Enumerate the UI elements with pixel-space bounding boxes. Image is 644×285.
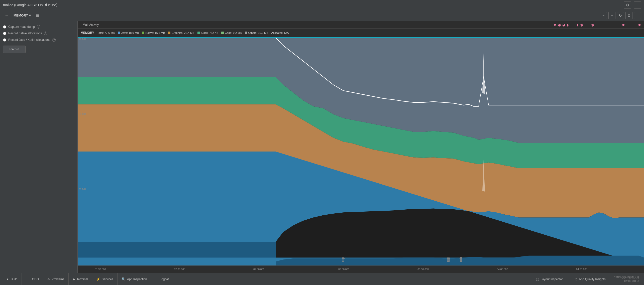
activity-crescent-6: ◑ (591, 23, 594, 27)
problems-tab[interactable]: ⚠ Problems (43, 273, 69, 285)
record-native-option[interactable]: Record native allocations ? (3, 32, 74, 35)
build-label: Build (11, 277, 18, 281)
memory-label: MEMORY (14, 14, 28, 17)
record-native-help[interactable]: ? (44, 32, 47, 35)
stack-color (197, 32, 200, 34)
todo-icon: ☰ (26, 277, 29, 281)
app-inspection-tab[interactable]: 🔍 App Inspection (118, 273, 151, 285)
services-tab[interactable]: ⚡ Services (92, 273, 118, 285)
record-kotlin-help[interactable]: ? (52, 38, 56, 42)
logcat-icon: ☰ (155, 277, 158, 281)
activity-crescent-1: ◕ (558, 23, 561, 27)
problems-label: Problems (52, 277, 64, 281)
refresh-button[interactable]: ↻ (617, 12, 624, 19)
total-value: Total: 77.6 MB (97, 31, 115, 34)
memory-dropdown[interactable]: MEMORY ▾ (14, 14, 31, 17)
mem-label: MEMORY (81, 31, 94, 35)
title-bar: malloc (Google AOSP On Blueline) ⚙ − (0, 0, 644, 10)
activity-dot-2: ● (622, 22, 625, 28)
status-right: ⬚ Layout Inspector ◇ App Quality Insight… (529, 276, 642, 282)
time-label-4: 03:30.000 (417, 268, 429, 271)
terminal-icon: ▶ (73, 277, 75, 281)
allocated-stat: Allocated: N/A (271, 31, 289, 34)
chart-area: MainActivity ● ◕ ◕ ◗ ◗ ◑ ◑ ● ● MEMORY To… (78, 21, 644, 273)
activity-bar: MainActivity ● ◕ ◕ ◗ ◗ ◑ ◑ ● ● (78, 21, 644, 29)
record-native-radio[interactable] (3, 32, 6, 35)
todo-tab[interactable]: ☰ TODO (22, 273, 43, 285)
build-tab[interactable]: ▲ Build (2, 273, 22, 285)
layout-icon: ⬚ (536, 277, 539, 281)
csdn-info: CSDN @安仔都有人用 07:18 UTF-8 (614, 276, 639, 282)
svg-rect-8 (78, 152, 276, 242)
capture-heap-help[interactable]: ? (37, 25, 40, 29)
chart-canvas: 96 MB 64 MB 32 MB (78, 38, 644, 265)
build-icon: ▲ (6, 277, 9, 281)
zoom-in-button[interactable]: + (608, 12, 615, 19)
native-stat: Native: 15.5 MB (142, 31, 165, 34)
settings2-button[interactable]: ⚙ (625, 12, 632, 19)
others-stat: Others: 10.9 MB (245, 31, 268, 34)
terminal-label: Terminal (77, 277, 88, 281)
title-bar-controls: ⚙ − (624, 2, 641, 9)
minimize-button[interactable]: − (634, 2, 641, 9)
app-inspection-icon: 🔍 (122, 277, 126, 281)
logcat-tab[interactable]: ☰ Logcat (151, 273, 173, 285)
layout-label: Layout Inspector (541, 277, 563, 281)
capture-heap-radio[interactable] (3, 25, 6, 29)
others-color (245, 32, 247, 34)
java-color (118, 32, 120, 34)
layout-inspector-tab[interactable]: ⬚ Layout Inspector (532, 277, 567, 281)
settings-button[interactable]: ⚙ (624, 2, 631, 9)
delete-button[interactable]: 🗑 (34, 12, 41, 19)
zoom-out-button[interactable]: − (600, 12, 607, 19)
title-bar-left: malloc (Google AOSP On Blueline) (3, 3, 57, 7)
others-value: Others: 10.9 MB (248, 31, 268, 34)
code-color (221, 32, 224, 34)
problems-icon: ⚠ (47, 277, 50, 281)
capture-heap-option[interactable]: Capture heap dump ? (3, 25, 74, 29)
activity-name: MainActivity (81, 23, 99, 27)
record-native-label: Record native allocations (8, 32, 42, 35)
native-value: Native: 15.5 MB (145, 31, 165, 34)
svg-text:🗑: 🗑 (447, 256, 451, 263)
code-value: Code: 9.2 MB (225, 31, 242, 34)
java-stat: Java: 18.9 MB (118, 31, 139, 34)
java-value: Java: 18.9 MB (121, 31, 139, 34)
svg-text:🗑: 🗑 (459, 256, 463, 263)
back-button[interactable]: ← (3, 12, 11, 19)
time-label-6: 04:30.000 (576, 268, 587, 271)
logcat-label: Logcat (160, 277, 169, 281)
graphics-value: Graphics: 22.4 MB (171, 31, 194, 34)
svg-text:🗑: 🗑 (341, 256, 345, 263)
y-label-32: 32 MB (79, 188, 86, 191)
activity-crescent-4: ◗ (577, 23, 578, 27)
quality-label: App Quality Insights (579, 277, 606, 281)
activity-crescent-5: ◑ (580, 23, 583, 27)
todo-label: TODO (30, 277, 39, 281)
activity-icons: ● ◕ ◕ ◗ ◗ ◑ ◑ ● ● (554, 22, 641, 28)
terminal-tab[interactable]: ▶ Terminal (69, 273, 92, 285)
time-label-1: 02:00.000 (174, 268, 185, 271)
record-kotlin-option[interactable]: Record Java / Kotlin allocations ? (3, 38, 74, 42)
pause-button[interactable]: ⏸ (634, 12, 641, 19)
record-kotlin-radio[interactable] (3, 38, 6, 42)
time-label-0: 01:30.000 (95, 268, 106, 271)
record-button[interactable]: Record (3, 46, 26, 53)
activity-dot-1: ● (554, 22, 556, 27)
stack-value: Stack: 752 KB (201, 31, 219, 34)
quality-icon: ◇ (575, 277, 577, 281)
memory-header: MEMORY Total: 77.6 MB Java: 18.9 MB Nati… (78, 29, 644, 38)
y-label-64: 64 MB (79, 113, 86, 115)
services-icon: ⚡ (96, 277, 100, 281)
toolbar-right: − + ↻ ⚙ ⏸ (600, 12, 641, 19)
stack-stat: Stack: 752 KB (197, 31, 219, 34)
statusbar: ▲ Build ☰ TODO ⚠ Problems ▶ Terminal ⚡ S… (0, 273, 644, 285)
app-quality-tab[interactable]: ◇ App Quality Insights (571, 277, 610, 281)
svg-rect-5 (78, 38, 276, 77)
activity-crescent-3: ◗ (567, 23, 569, 27)
y-label-96: 96 MB (79, 38, 86, 41)
toolbar: ← MEMORY ▾ 🗑 − + ↻ ⚙ ⏸ (0, 10, 644, 21)
total-stat: Total: 77.6 MB (97, 31, 115, 34)
time-label-2: 02:30.000 (253, 268, 265, 271)
radio-group: Capture heap dump ? Record native alloca… (3, 25, 74, 42)
